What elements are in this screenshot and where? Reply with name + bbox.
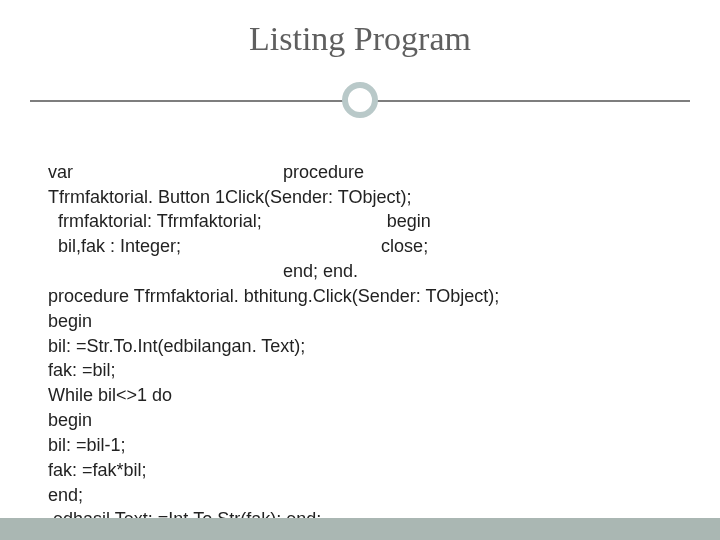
code-listing: var procedure Tfrmfaktorial. Button 1Cli… xyxy=(48,135,680,540)
code-line: Tfrmfaktorial. Button 1Click(Sender: TOb… xyxy=(48,187,411,207)
code-line: bil: =bil-1; xyxy=(48,435,126,455)
slide: Listing Program var procedure Tfrmfaktor… xyxy=(0,0,720,540)
code-line: fak: =bil; xyxy=(48,360,116,380)
code-line: end; xyxy=(48,485,83,505)
title-area: Listing Program xyxy=(0,0,720,58)
code-line: var procedure xyxy=(48,162,364,182)
code-line: fak: =fak*bil; xyxy=(48,460,147,480)
code-line: While bil<>1 do xyxy=(48,385,172,405)
code-line: begin xyxy=(48,311,92,331)
code-line: procedure Tfrmfaktorial. bthitung.Click(… xyxy=(48,286,499,306)
code-line: frmfaktorial: Tfrmfaktorial; begin xyxy=(48,211,431,231)
code-line: begin xyxy=(48,410,92,430)
slide-title: Listing Program xyxy=(249,20,471,57)
code-line: bil: =Str.To.Int(edbilangan. Text); xyxy=(48,336,305,356)
ring-decoration xyxy=(342,82,378,118)
code-line: end; end. xyxy=(48,261,358,281)
code-line: bil,fak : Integer; close; xyxy=(48,236,428,256)
footer-band xyxy=(0,518,720,540)
